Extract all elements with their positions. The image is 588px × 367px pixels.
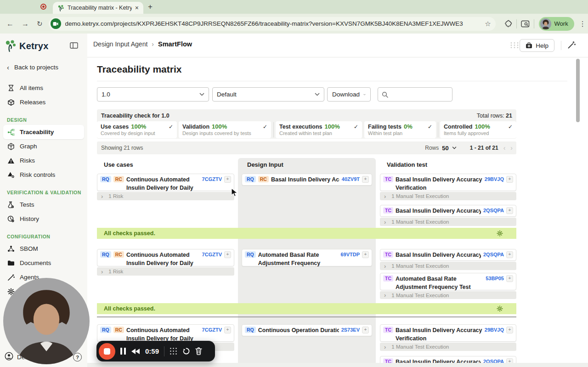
item-title[interactable]: Continuous Automated Insulin Delivery fo… (126, 327, 200, 339)
add-icon[interactable]: + (506, 327, 513, 333)
sidebar-item-graph[interactable]: Graph (0, 139, 87, 153)
version-select[interactable]: 1.0 (97, 87, 209, 102)
item-title[interactable]: Basal Insulin Delivery Accuracy (271, 176, 339, 183)
item-id-link[interactable]: 29BVJQ (485, 176, 504, 189)
expand-risks-row[interactable]: › 1 Risk (97, 192, 234, 200)
design-input-card[interactable]: RQ RC Basal Insulin Delivery Accuracy 40… (242, 174, 372, 186)
item-title[interactable]: Automated Basal Rate Adjustment Frequenc… (258, 251, 339, 264)
screen-share-icon (51, 18, 61, 29)
item-id-link[interactable]: 7CGZTV (202, 176, 222, 189)
tab-close-icon[interactable]: × (135, 5, 139, 11)
stop-recording-button[interactable] (99, 343, 115, 360)
item-title[interactable]: Basal Insulin Delivery Accuracy Test (396, 207, 481, 215)
item-title[interactable]: Continuous Operation Duration (258, 327, 339, 334)
expand-executions-row[interactable]: › 1 Manual Test Execution (380, 291, 516, 299)
scrollbar-thumb[interactable] (576, 59, 580, 122)
sidebar-item-tests[interactable]: Tests (0, 198, 87, 212)
sidebar-item-all-items[interactable]: All items (0, 81, 87, 95)
rewind-button[interactable] (131, 348, 140, 355)
checks-gear-icon[interactable] (497, 305, 503, 312)
reload-icon[interactable]: ↻ (37, 20, 43, 27)
item-title[interactable]: Basal Insulin Delivery Accuracy Test (396, 251, 481, 259)
restart-recording-button[interactable] (182, 347, 190, 355)
use-case-card[interactable]: RQ RC Continuous Automated Insulin Deliv… (97, 174, 234, 191)
checks-gear-icon[interactable] (497, 230, 503, 237)
breadcrumb-parent[interactable]: Design Input Agent (93, 40, 147, 48)
item-id-link[interactable]: 2QSQPA (483, 208, 504, 215)
item-title[interactable]: Continuous Automated Insulin Delivery fo… (126, 251, 200, 264)
use-case-card[interactable]: RQ RC Continuous Automated Insulin Deliv… (97, 324, 234, 342)
sidebar-item-risks[interactable]: Risks (0, 153, 87, 168)
design-input-card[interactable]: RQ Continuous Operation Duration 2S73EV … (242, 324, 372, 336)
pause-recording-button[interactable] (120, 348, 126, 355)
item-id-link[interactable]: 53BP05 (486, 276, 504, 288)
design-input-card[interactable]: RQ Automated Basal Rate Adjustment Frequ… (242, 249, 372, 266)
profile-button[interactable]: Work (539, 17, 574, 31)
search-input[interactable] (391, 90, 439, 98)
item-title[interactable]: Basal Insulin Delivery Accuracy Verifica… (396, 327, 482, 339)
add-icon[interactable]: + (362, 327, 369, 333)
expand-risks-row[interactable]: › 1 Risk (97, 267, 234, 276)
validation-test-card[interactable]: TC Automated Basal Rate Adjustment Frequ… (380, 273, 516, 290)
help-question-icon[interactable]: ? (73, 353, 82, 361)
drag-dots-icon[interactable] (170, 347, 177, 355)
sidebar-item-risk-controls[interactable]: Risk controls (0, 168, 87, 182)
url-bar[interactable]: demo.ketryx.com/projects/KXPRJ6EHSKT48CP… (49, 17, 496, 31)
item-id-link[interactable]: 40ZV9T (342, 176, 360, 183)
sidebar-item-traceability[interactable]: Traceability (3, 125, 84, 139)
sidebar-item-history[interactable]: History (0, 212, 87, 226)
validation-test-card[interactable]: TC Basal Insulin Delivery Accuracy Test … (380, 205, 516, 217)
help-button[interactable]: Help (520, 39, 554, 52)
item-id-link[interactable]: 29BVJQ (485, 327, 504, 339)
add-icon[interactable]: + (224, 176, 231, 183)
item-title[interactable]: Continuous Automated Insulin Delivery fo… (126, 176, 200, 189)
expand-executions-row[interactable]: › 1 Manual Test Execution (380, 192, 516, 200)
extensions-icon[interactable] (504, 20, 512, 28)
add-icon[interactable]: + (362, 251, 369, 258)
sidebar-item-documents[interactable]: Documents (0, 256, 87, 270)
bookmark-star-icon[interactable]: ☆ (485, 20, 491, 28)
chevron-down-icon[interactable] (452, 147, 457, 149)
sidebar-item-sbom[interactable]: SBOM (0, 242, 87, 256)
validation-test-card[interactable]: TC Basal Insulin Delivery Accuracy Verif… (380, 324, 516, 342)
add-icon[interactable]: + (224, 327, 231, 333)
item-id-link[interactable]: 7CGZTV (202, 252, 222, 264)
item-id-link[interactable]: 2QSQPA (483, 252, 504, 259)
item-title[interactable]: Basal Insulin Delivery Accuracy Verifica… (396, 176, 482, 189)
item-id-link[interactable]: 2S73EV (341, 327, 360, 334)
use-case-card[interactable]: RQ RC Continuous Automated Insulin Deliv… (97, 249, 234, 266)
search-box[interactable] (378, 87, 452, 102)
validation-test-card[interactable]: TC Basal Insulin Delivery Accuracy Test … (380, 249, 516, 261)
pager-prev-icon[interactable]: ‹ (503, 144, 506, 152)
side-panel-search-icon[interactable] (521, 20, 530, 28)
sidebar-item-releases[interactable]: Releases (0, 95, 87, 109)
add-icon[interactable]: + (506, 275, 513, 282)
item-title[interactable]: Automated Basal Rate Adjustment Frequenc… (396, 275, 483, 288)
rows-per-page-value[interactable]: 50 (442, 145, 448, 152)
download-button[interactable]: Download (327, 87, 371, 102)
item-id-link[interactable]: 7CGZTV (202, 327, 222, 339)
nav-back-icon[interactable]: ← (6, 20, 14, 28)
validation-test-card[interactable]: TC Basal Insulin Delivery Accuracy Verif… (380, 174, 516, 191)
expand-executions-row[interactable]: › 1 Manual Test Execution (380, 262, 516, 270)
url-text[interactable]: demo.ketryx.com/projects/KXPRJ6EHSKT48CP… (65, 20, 481, 27)
expand-executions-row[interactable]: › 1 Manual Test Execution (380, 343, 516, 351)
add-icon[interactable]: + (362, 176, 369, 183)
add-icon[interactable]: + (506, 207, 513, 214)
add-icon[interactable]: + (224, 251, 231, 258)
item-id-link[interactable]: 69VTDP (340, 252, 360, 264)
browser-tab[interactable]: Traceability matrix - Ketryx × (53, 2, 143, 14)
pager-next-icon[interactable]: › (510, 144, 513, 152)
view-select[interactable]: Default (212, 87, 324, 102)
magic-wand-icon[interactable] (567, 40, 576, 51)
webcam-bubble[interactable] (3, 278, 90, 364)
sidebar-collapse-icon[interactable] (70, 42, 78, 51)
add-icon[interactable]: + (506, 251, 513, 258)
add-icon[interactable]: + (506, 176, 513, 183)
new-tab-icon[interactable]: + (148, 2, 153, 11)
back-to-projects[interactable]: ‹ Back to projects (7, 63, 87, 71)
browser-menu-icon[interactable]: ⋮ (579, 20, 586, 28)
expand-executions-row[interactable]: › 1 Manual Test Execution (380, 218, 516, 226)
nav-forward-icon[interactable]: → (22, 20, 29, 28)
delete-recording-button[interactable] (195, 347, 202, 355)
